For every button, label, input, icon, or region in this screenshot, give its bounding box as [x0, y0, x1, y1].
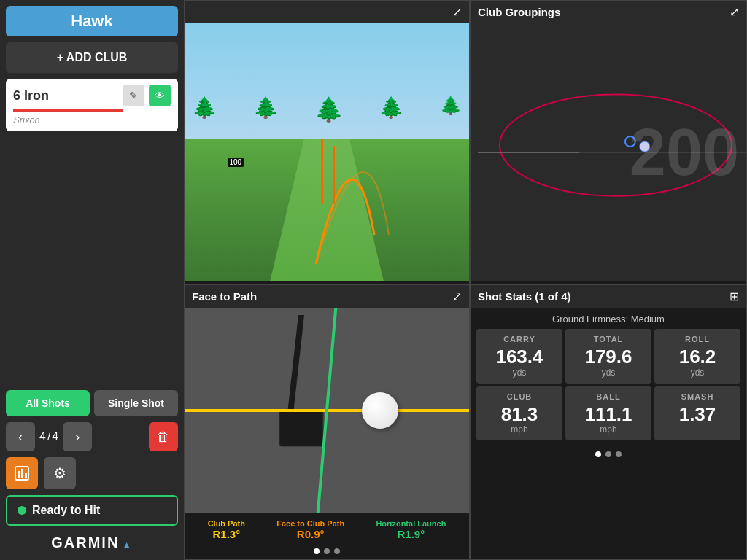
groupings-panel: Club Groupings ⤢ 200 [470, 0, 747, 284]
club-item: 6 Iron ✎ 👁 Srixon [6, 79, 178, 131]
stat-total: TOTAL 179.6 yds [565, 329, 651, 384]
course-expand-button[interactable]: ⤢ [452, 5, 462, 19]
club-label: CLUB [481, 392, 558, 401]
course-panel-header: ⤢ [185, 1, 469, 23]
yardage-display: 200 [630, 120, 739, 185]
flag-pole-1 [321, 139, 323, 204]
settings-button[interactable]: ⚙ [44, 457, 76, 489]
sidebar-title: Hawk [6, 6, 178, 36]
all-shots-button[interactable]: All Shots [6, 390, 90, 416]
stats-dots [471, 449, 746, 459]
roll-label: ROLL [659, 335, 736, 343]
garmin-triangle: ▲ [123, 540, 133, 550]
top-row: ⤢ 🌲 🌲 🌲 🌲 🌲 100 [184, 0, 747, 284]
ftp-header: Face to Path ⤢ [185, 285, 469, 308]
bottom-icons-row: ⚙ [6, 457, 178, 489]
stat-roll: ROLL 16.2 yds [654, 329, 740, 384]
ball-unit: mph [570, 424, 647, 435]
sidebar: Hawk + ADD CLUB 6 Iron ✎ 👁 Srixon All Sh… [0, 0, 184, 560]
face-path-label-group: Face to Club Path R0.9° [276, 519, 344, 540]
ftp-dot-2 [324, 548, 330, 554]
garmin-name: GARMIN [51, 534, 119, 551]
ftp-dot-1 [314, 548, 320, 554]
ftp-dots [185, 546, 469, 556]
ftp-dot-3 [334, 548, 340, 554]
shot-total: 4 [52, 430, 58, 443]
report-icon [14, 465, 30, 481]
stats-dot-3 [616, 451, 622, 457]
total-label: TOTAL [570, 335, 647, 343]
next-shot-button[interactable]: › [63, 422, 92, 451]
toggle-visibility-button[interactable]: 👁 [149, 85, 171, 106]
roll-unit: yds [659, 368, 736, 378]
garmin-logo: GARMIN ▲ [6, 532, 178, 554]
add-club-button[interactable]: + ADD CLUB [6, 42, 178, 73]
shot-divider: / [47, 430, 50, 443]
svg-rect-3 [25, 473, 27, 478]
club-speed-value: 81.3 [481, 404, 558, 425]
svg-rect-1 [18, 471, 20, 478]
groupings-view: 200 [471, 23, 746, 281]
stat-club: CLUB 81.3 mph [476, 386, 562, 441]
delete-shot-button[interactable]: 🗑 [149, 422, 178, 451]
shot-nav-row: ‹ 4 / 4 › 🗑 [6, 422, 178, 451]
bottom-row: Face to Path ⤢ [184, 284, 747, 560]
smash-value: 1.37 [659, 404, 736, 425]
club-unit: mph [481, 424, 558, 435]
report-button[interactable] [6, 457, 38, 489]
club-name: 6 Iron [13, 88, 123, 104]
stat-smash: SMASH 1.37 [654, 386, 740, 441]
ftp-view [185, 308, 469, 513]
total-unit: yds [570, 368, 647, 378]
stats-dot-1 [595, 451, 601, 457]
stats-row1: CARRY 163.4 yds TOTAL 179.6 yds ROLL 16.… [473, 329, 743, 440]
club-path-label: Club Path [208, 519, 245, 528]
ftp-expand-button[interactable]: ⤢ [452, 289, 462, 303]
stat-carry: CARRY 163.4 yds [476, 329, 562, 384]
svg-rect-9 [279, 410, 323, 446]
ftp-title: Face to Path [192, 290, 257, 303]
club-brand: Srixon [13, 114, 171, 125]
club-actions: ✎ 👁 [123, 85, 171, 106]
edit-club-button[interactable]: ✎ [123, 85, 144, 106]
total-value: 179.6 [570, 346, 647, 368]
course-view: 🌲 🌲 🌲 🌲 🌲 100 100 100 [185, 23, 469, 281]
flag-pole-2 [333, 146, 335, 204]
groupings-expand-button[interactable]: ⤢ [729, 5, 739, 19]
horiz-label-group: Horizontal Launch R1.9° [376, 519, 446, 540]
stats-expand-button[interactable]: ⊞ [729, 289, 739, 303]
face-path-value: R0.9° [276, 528, 344, 540]
stats-dot-2 [605, 451, 611, 457]
ready-dot [18, 506, 26, 515]
ready-to-hit-button[interactable]: Ready to Hit [6, 495, 178, 526]
svg-line-10 [290, 315, 301, 413]
groupings-header: Club Groupings ⤢ [471, 1, 746, 23]
shot-arc-svg [185, 23, 469, 281]
ground-firmness: Ground Firmness: Medium [473, 311, 743, 329]
stats-panel: Shot Stats (1 of 4) ⊞ Ground Firmness: M… [470, 284, 747, 560]
ready-label: Ready to Hit [32, 504, 100, 517]
shot-counter: 4 / 4 [39, 430, 58, 443]
club-underline [13, 109, 123, 112]
stat-ball: BALL 111.1 mph [565, 386, 651, 441]
carry-unit: yds [481, 368, 558, 378]
carry-label: CARRY [481, 335, 558, 343]
club-path-label-group: Club Path R1.3° [208, 519, 245, 540]
club-iron-svg [243, 315, 360, 461]
stats-content: Ground Firmness: Medium CARRY 163.4 yds … [471, 308, 746, 443]
ball-value: 111.1 [570, 404, 647, 425]
golf-ball [362, 392, 398, 429]
horiz-value: R1.9° [376, 528, 446, 540]
prev-shot-button[interactable]: ‹ [6, 422, 35, 451]
ftp-panel: Face to Path ⤢ [184, 284, 470, 560]
club-item-header: 6 Iron ✎ 👁 [13, 85, 171, 106]
groupings-title: Club Groupings [478, 6, 560, 18]
club-path-value: R1.3° [208, 528, 245, 540]
roll-value: 16.2 [659, 346, 736, 368]
shot-current: 4 [39, 430, 46, 443]
single-shot-button[interactable]: Single Shot [94, 390, 178, 416]
face-path-label: Face to Club Path [276, 519, 344, 528]
shot-toggle: All Shots Single Shot [6, 390, 178, 416]
carry-value: 163.4 [481, 346, 558, 368]
ftp-labels: Club Path R1.3° Face to Club Path R0.9° … [185, 513, 469, 546]
